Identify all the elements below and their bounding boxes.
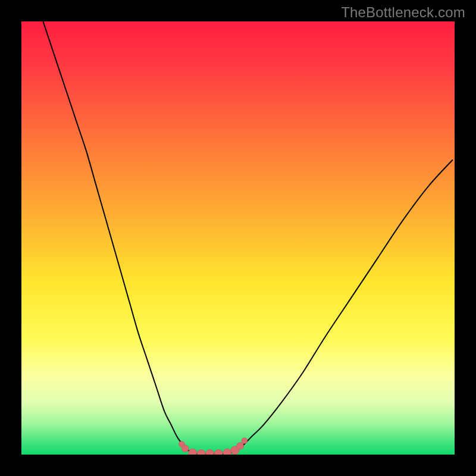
valley-marker bbox=[242, 438, 248, 444]
valley-marker bbox=[237, 442, 244, 449]
plot-area bbox=[21, 21, 455, 455]
chart-stage: TheBottleneck.com bbox=[0, 0, 476, 476]
plot-svg bbox=[21, 21, 455, 455]
watermark-text: TheBottleneck.com bbox=[341, 4, 465, 21]
gradient-background bbox=[21, 21, 455, 455]
valley-marker bbox=[181, 445, 189, 452]
